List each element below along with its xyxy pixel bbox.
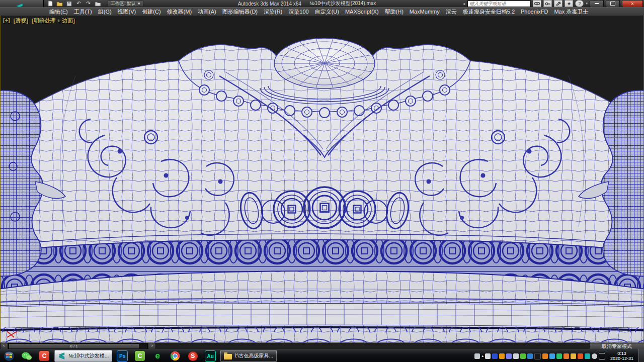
workspace-label: 工作区: 默认 — [111, 1, 136, 7]
photoshop-letter: Ps — [117, 350, 128, 361]
close-button[interactable]: × — [622, 0, 643, 8]
app-title-text: Autodesk 3ds Max 2014 x64 — [238, 1, 301, 7]
tray-green-card-icon[interactable] — [556, 353, 562, 359]
menu-item-render100[interactable]: 渲染100 — [285, 8, 311, 16]
document-title-text: №10中式沙发模型(2014).max — [309, 0, 376, 7]
maximize-button[interactable] — [606, 0, 620, 8]
browser-e-taskbar-icon[interactable]: e — [150, 350, 165, 362]
s-app-letter: S — [188, 351, 198, 361]
time-slider-track[interactable]: 0 / 1 — [8, 343, 148, 349]
viewport-menu-plus[interactable]: [+] — [3, 17, 10, 25]
tray-usb-icon[interactable] — [549, 353, 555, 359]
menu-item-maxmummy[interactable]: MaxMummy — [407, 8, 443, 16]
help-icon[interactable]: ? — [575, 0, 584, 7]
chrome-taskbar-icon[interactable] — [168, 350, 183, 362]
menu-item-slimming-archive[interactable]: 极速瘦身安全归档5.2 — [460, 8, 518, 16]
tray-ime-icon[interactable] — [485, 353, 491, 359]
viewport-label: [+] [透视] [明暗处理 + 边面] — [3, 17, 75, 25]
menu-item-rendering[interactable]: 渲染(R) — [261, 8, 285, 16]
menu-item-maxscript[interactable]: MAXScript(X) — [342, 8, 382, 16]
menu-item-customize[interactable]: 自定义(U) — [312, 8, 342, 16]
tray-plugin-icon[interactable] — [513, 353, 519, 359]
tray-shield-icon[interactable] — [571, 353, 576, 359]
menu-item-xuanyun[interactable]: 渲云 — [443, 8, 460, 16]
menu-item-tools[interactable]: 工具(T) — [71, 8, 95, 16]
menu-item-create[interactable]: 创建(C) — [139, 8, 164, 16]
redo-button[interactable]: ↷ — [85, 1, 92, 7]
camtasia-green-letter: C — [135, 351, 145, 361]
new-scene-button[interactable] — [46, 1, 54, 7]
clock-date: 2020-12-31 — [610, 356, 633, 361]
menu-item-antivirus-guard[interactable]: Max 杀毒卫士 — [551, 8, 591, 16]
tray-speaker-icon[interactable] — [592, 353, 597, 359]
menu-item-graph-editors[interactable]: 图形编辑器(D) — [219, 8, 261, 16]
save-file-button[interactable] — [65, 1, 73, 7]
previous-frame-button[interactable]: < — [0, 343, 8, 349]
folder-icon — [224, 354, 232, 359]
tray-network-monitor-icon[interactable] — [599, 353, 605, 359]
infocenter-expand-icon[interactable]: ▸ — [463, 2, 465, 6]
tray-camera-icon[interactable] — [564, 353, 569, 359]
tray-keyboard-icon[interactable] — [474, 353, 480, 359]
taskbar-clock[interactable]: 0:13 2020-12-31 — [610, 351, 633, 361]
next-frame-button[interactable]: > — [148, 343, 156, 349]
menu-item-views[interactable]: 视图(V) — [115, 8, 139, 16]
viewport-menu-view[interactable]: [透视] — [14, 17, 28, 25]
arch-band — [0, 327, 644, 342]
search-binoculars-icon[interactable] — [533, 0, 541, 7]
communication-key-icon[interactable] — [543, 0, 552, 7]
menu-bar: 编辑(E) 工具(T) 组(G) 视图(V) 创建(C) 修改器(M) 动画(A… — [0, 7, 644, 16]
viewport-menu-shading[interactable]: [明暗处理 + 边面] — [32, 17, 75, 25]
photoshop-taskbar-icon[interactable]: Ps — [115, 350, 130, 362]
windows-taskbar: C №10中式沙发模... Ps C e S Au I:\古色高级家具... — [0, 349, 644, 362]
tray-qq-icon[interactable] — [534, 353, 541, 359]
menu-item-modifiers[interactable]: 修改器(M) — [164, 8, 195, 16]
viewport-canvas[interactable] — [0, 16, 644, 342]
tray-teal-c-icon[interactable] — [585, 353, 590, 359]
camtasia-green-taskbar-icon[interactable]: C — [132, 350, 147, 362]
title-bar: ▾ ↶ ↷ 工作区: 默认 ▾ Autodesk 3ds Max 2014 x6… — [0, 0, 644, 7]
menu-item-group[interactable]: 组(G) — [95, 8, 115, 16]
tray-appstore-icon[interactable] — [506, 353, 512, 359]
perspective-viewport[interactable]: [+] [透视] [明暗处理 + 边面] — [0, 16, 644, 342]
workspace-selector[interactable]: 工作区: 默认 ▾ — [108, 0, 143, 7]
windows-orb-icon — [4, 350, 15, 361]
show-desktop-button[interactable] — [638, 349, 644, 362]
task-3dsmax-window[interactable]: №10中式沙发模... — [54, 350, 112, 362]
task-3dsmax-label: №10中式沙发模... — [68, 352, 109, 359]
audition-taskbar-icon[interactable]: Au — [203, 350, 218, 362]
task-folder-window[interactable]: I:\古色高级家具... — [220, 350, 277, 362]
status-strip: < 0 / 1 > 取消专家模式 — [0, 342, 644, 349]
time-slider-handle[interactable]: 0 / 1 — [9, 344, 139, 348]
favorites-star-icon[interactable]: ★ — [565, 0, 573, 7]
camtasia-red-taskbar-icon[interactable]: C — [37, 350, 52, 362]
tray-telegram-icon[interactable] — [527, 353, 533, 359]
clock-time: 0:13 — [610, 351, 633, 356]
menu-item-edit[interactable]: 编辑(E) — [46, 8, 71, 16]
minimize-icon — [595, 3, 599, 4]
titlebar-right-controls: ▸ ★ ? ▾ × — [463, 0, 644, 8]
tray-orange-list-icon[interactable] — [542, 353, 548, 359]
project-folder-button[interactable] — [94, 1, 102, 7]
menu-item-animation[interactable]: 动画(A) — [195, 8, 219, 16]
close-icon: × — [631, 1, 634, 7]
3dsmax-task-icon — [58, 352, 66, 360]
communication-center-icon[interactable] — [554, 0, 562, 7]
wechat-taskbar-icon[interactable] — [19, 350, 34, 362]
s-app-taskbar-icon[interactable]: S — [185, 350, 200, 362]
undo-button[interactable]: ↶ — [75, 1, 83, 7]
tray-show-hidden-icons[interactable]: ▴ — [481, 354, 484, 358]
lower-rail — [0, 299, 644, 343]
tray-orange-bottle-icon[interactable] — [499, 353, 505, 359]
menu-item-help[interactable]: 帮助(H) — [382, 8, 407, 16]
tray-blue-app-icon[interactable] — [492, 353, 498, 359]
search-input[interactable] — [467, 1, 531, 7]
start-button[interactable] — [2, 350, 17, 362]
tray-wechat-icon[interactable] — [520, 353, 526, 359]
help-caret-icon[interactable]: ▾ — [586, 2, 588, 6]
minimize-button[interactable] — [590, 0, 604, 8]
menu-item-phoenixfd[interactable]: PhoenixFD — [518, 8, 551, 16]
tray-flame-icon[interactable] — [578, 353, 583, 359]
audition-letter: Au — [205, 350, 216, 361]
open-file-button[interactable] — [56, 1, 63, 7]
